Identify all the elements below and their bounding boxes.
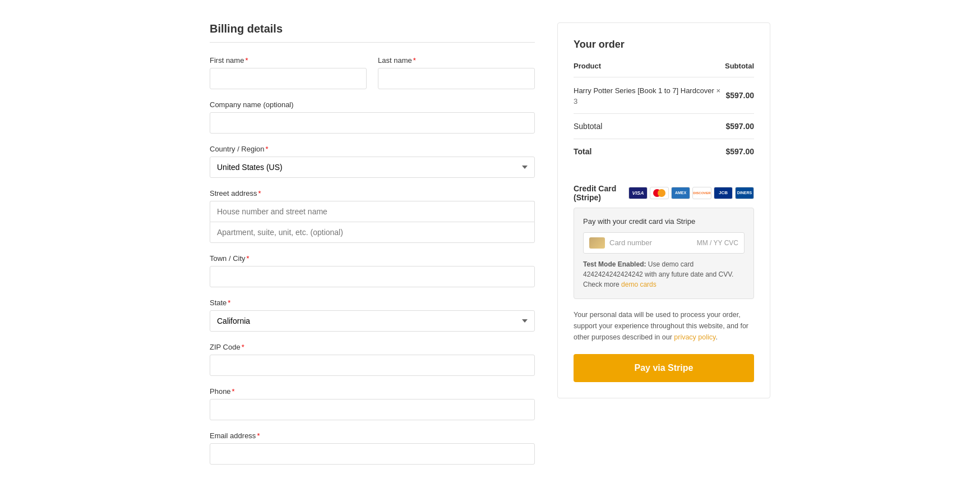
payment-method-label: Credit Card (Stripe) VISA AMEX DISCOVER … [574,184,754,202]
last-name-label: Last name* [378,56,535,65]
email-group: Email address* [210,431,535,465]
total-value: $597.00 [725,139,754,164]
email-input[interactable] [210,443,535,465]
billing-title: Billing details [210,22,535,43]
col-subtotal: Subtotal [725,62,754,77]
payment-method-section: Credit Card (Stripe) VISA AMEX DISCOVER … [574,175,754,382]
product-name-cell: Harry Potter Series [Book 1 to 7] Hardco… [574,77,725,114]
amex-icon: AMEX [671,187,690,199]
company-group: Company name (optional) [210,100,535,134]
company-label: Company name (optional) [210,100,535,109]
state-group: State* California [210,298,535,332]
order-table: Product Subtotal Harry Potter Series [Bo… [574,62,754,164]
street-address-group: Street address* [210,189,535,243]
test-mode-label: Test Mode Enabled: [583,260,646,268]
jcb-icon: JCB [714,187,733,199]
card-chip-icon [589,237,605,249]
card-expiry-cvc: MM / YY CVC [697,239,738,247]
total-row: Total $597.00 [574,139,754,164]
company-input[interactable] [210,112,535,134]
phone-group: Phone* [210,387,535,420]
demo-cards-link[interactable]: demo cards [621,281,657,288]
country-group: Country / Region* United States (US) [210,145,535,178]
card-number-placeholder: Card number [609,238,692,247]
phone-label: Phone* [210,387,535,396]
product-row: Harry Potter Series [Book 1 to 7] Hardco… [574,77,754,114]
phone-input[interactable] [210,399,535,420]
state-select[interactable]: California [210,310,535,332]
visa-icon: VISA [628,187,648,199]
col-product: Product [574,62,725,77]
product-name: Harry Potter Series [Book 1 to 7] Hardco… [574,86,714,95]
last-name-input[interactable] [378,68,535,89]
last-name-group: Last name* [378,56,535,89]
street-inputs-wrapper [210,201,535,243]
pay-button[interactable]: Pay via Stripe [574,354,754,382]
diners-icon: DINERS [735,187,754,199]
card-icons: VISA AMEX DISCOVER JCB DINERS [628,187,754,199]
subtotal-value: $597.00 [725,113,754,139]
card-input-row[interactable]: Card number MM / YY CVC [583,232,745,254]
zip-input[interactable] [210,355,535,376]
privacy-text: Your personal data will be used to proce… [574,309,754,343]
privacy-policy-link[interactable]: privacy policy [674,333,715,341]
discover-icon: DISCOVER [692,187,711,199]
subtotal-label: Subtotal [574,113,725,139]
mastercard-icon [650,187,669,199]
street-input[interactable] [210,201,535,222]
total-label: Total [574,139,725,164]
first-name-group: First name* [210,56,367,89]
first-name-input[interactable] [210,68,367,89]
order-title: Your order [574,39,754,50]
email-label: Email address* [210,431,535,440]
test-mode-box: Test Mode Enabled: Use demo card 4242424… [583,259,745,290]
town-input[interactable] [210,266,535,287]
first-name-label: First name* [210,56,367,65]
state-label: State* [210,298,535,307]
town-label: Town / City* [210,254,535,263]
stripe-box-title: Pay with your credit card via Stripe [583,217,745,226]
product-subtotal: $597.00 [725,77,754,114]
order-section: Your order Product Subtotal Harry Potter… [557,22,770,398]
apt-input[interactable] [210,222,535,243]
country-select[interactable]: United States (US) [210,157,535,178]
billing-section: Billing details First name* Last name* C… [210,22,535,476]
stripe-box: Pay with your credit card via Stripe Car… [574,208,754,299]
town-group: Town / City* [210,254,535,287]
street-label: Street address* [210,189,535,198]
zip-label: ZIP Code* [210,343,535,351]
zip-group: ZIP Code* [210,343,535,376]
country-label: Country / Region* [210,145,535,153]
subtotal-row: Subtotal $597.00 [574,113,754,139]
